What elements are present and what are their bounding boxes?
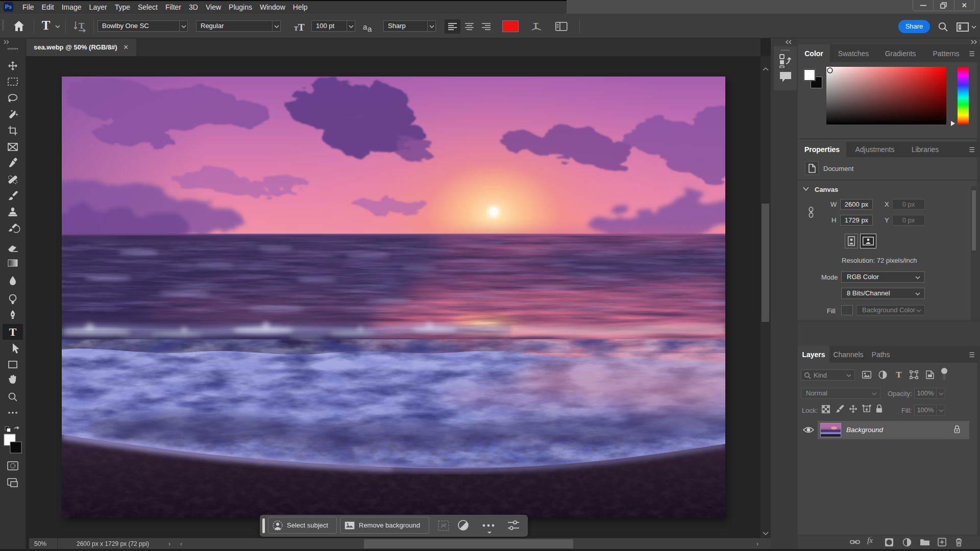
svg-text:T: T <box>294 25 298 32</box>
svg-text:T: T <box>9 325 17 338</box>
svg-text:a: a <box>368 24 372 32</box>
svg-text:T: T <box>298 22 305 32</box>
svg-text:a: a <box>363 22 368 31</box>
